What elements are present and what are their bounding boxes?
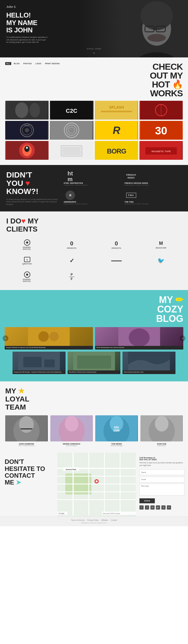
contact-submit-button[interactable]: SEND <box>139 498 155 503</box>
blog-post-label-5: Stock photos that don't suck <box>122 370 175 374</box>
client-orkesta-2[interactable]: 0 Orkesta <box>96 237 137 252</box>
kernel-2-logo-icon <box>24 271 30 278</box>
award-featured: Featured Site • #1 Best of the best <box>125 203 149 205</box>
social-linkedin-icon[interactable]: in <box>150 505 155 510</box>
footer-privacy[interactable]: Privacy Policy <box>87 519 99 521</box>
footer-affiliates[interactable]: Affiliates <box>101 519 108 521</box>
client-kernel-1[interactable]: KERNELDIGITAL <box>6 237 48 252</box>
blog-post-4[interactable]: WordPress Performance Improvements <box>68 352 121 374</box>
ht-logo: htm <box>68 171 73 182</box>
blog-post-1[interactable]: Supply Festivals to Improve Your Social … <box>5 327 93 350</box>
contact-social: f t in g+ d b <box>139 505 184 510</box>
contact-left: DON'THESITATE TOCONTACTME ➤ <box>0 453 57 516</box>
fwa-logo: FWA <box>126 193 136 198</box>
team-grid: JOHN HAMMOND CEO, Creative Director DENN… <box>5 415 183 447</box>
team-photo-john-doe <box>140 415 183 441</box>
client-kernel-2[interactable]: KERNELDIGITAL <box>6 269 48 284</box>
award-name: FRENCH DESIGN INDEX <box>125 182 148 184</box>
contact-map[interactable]: Sunset Park Google Map data ©2016 Google <box>57 453 136 516</box>
clients-header: I DO♥ MYCLIENTS <box>6 217 182 233</box>
portfolio-item[interactable] <box>139 101 183 120</box>
footer-terms[interactable]: Terms of Service <box>71 519 85 521</box>
svg-point-47 <box>38 331 49 342</box>
client-line[interactable] <box>96 255 137 267</box>
portfolio-section: ALL BLOG PHOTOS LOGO PRINT DESIGN CHECKO… <box>0 57 188 165</box>
checkmark-logo-icon: ✓ <box>69 257 74 264</box>
portfolio-nav-photos[interactable]: PHOTOS <box>22 62 33 65</box>
social-dribbble-icon[interactable]: d <box>161 505 166 510</box>
blog-prev-button[interactable]: ‹ <box>3 335 8 341</box>
portfolio-item[interactable]: R <box>95 121 138 140</box>
portfolio-item[interactable] <box>50 121 93 140</box>
portfolio-item[interactable]: C2C <box>50 101 93 120</box>
award-featured: Featured Site • #1 Best of the best <box>64 203 88 205</box>
contact-message-textarea[interactable] <box>139 484 184 495</box>
social-behance-icon[interactable]: b <box>167 505 171 510</box>
pf-divider <box>69 277 74 277</box>
portfolio-item[interactable]: 30 <box>139 121 183 140</box>
svg-rect-53 <box>44 359 55 367</box>
bird-logo-icon: 🐦 <box>157 257 164 264</box>
client-masscom[interactable]: M MASSCOM <box>140 237 182 252</box>
hero-logo: John S. <box>6 5 48 9</box>
hero-scroll[interactable]: Scroll Down ⌄ <box>87 48 101 54</box>
award-logo-aw: ★ <box>64 191 77 200</box>
portfolio-item[interactable]: 12:37 <box>5 121 49 140</box>
blog-post-5[interactable]: Stock photos that don't suck <box>122 352 175 374</box>
social-facebook-icon[interactable]: f <box>139 505 144 510</box>
contact-email-input[interactable] <box>139 477 184 482</box>
footer-contact[interactable]: Contact <box>111 519 117 521</box>
portfolio-item[interactable] <box>50 141 93 160</box>
portfolio-nav-blog[interactable]: BLOG <box>13 62 21 65</box>
social-twitter-icon[interactable]: t <box>145 505 149 510</box>
portfolio-header: ALL BLOG PHOTOS LOGO PRINT DESIGN CHECKO… <box>5 62 183 98</box>
portfolio-item[interactable]: SPLASH <box>95 101 138 120</box>
blog-next-button[interactable]: › <box>180 335 185 341</box>
svg-rect-52 <box>23 357 42 367</box>
svg-point-11 <box>30 103 40 117</box>
aw-star-icon: ★ <box>68 193 72 198</box>
portfolio-item[interactable] <box>5 141 49 160</box>
client-pf[interactable]: P F <box>51 269 92 284</box>
awards-left: DIDN'TYOU ♥KNOW?! I'm award winning desi… <box>6 171 58 206</box>
portfolio-nav-logo[interactable]: LOGO <box>34 62 43 65</box>
clients-section: I DO♥ MYCLIENTS KERNELDIGITAL 0 Orkesta … <box>0 211 188 290</box>
blog-post-label-3: Responsive Me Design - Improve Performan… <box>13 370 66 374</box>
svg-text:C2C: C2C <box>66 108 77 114</box>
award-logo-fwa: FWA <box>125 191 138 200</box>
scroll-arrow-icon[interactable]: ⌄ <box>92 50 96 54</box>
client-orkesta-1[interactable]: 0 Orkesta <box>51 237 92 252</box>
client-qmation[interactable]: q qmation <box>6 255 48 267</box>
team-photo-john <box>5 415 48 441</box>
client-bird[interactable]: 🐦 <box>140 255 182 267</box>
blog-post-3[interactable]: Responsive Me Design - Improve Performan… <box>13 352 66 374</box>
scroll-label: Scroll Down <box>87 48 101 50</box>
portfolio-nav-print[interactable]: PRINT DESIGN <box>44 62 61 65</box>
blog-post-label-2: Photo Manipulations by Tanvius Kulshev <box>95 346 183 350</box>
portfolio-nav-all[interactable]: ALL <box>5 62 11 65</box>
portfolio-item[interactable]: BORG <box>95 141 138 160</box>
blog-post-2[interactable]: Photo Manipulations by Tanvius Kulshev <box>95 327 183 350</box>
blog-title: MY ✏COZYBLOG <box>156 295 183 323</box>
contact-name-input[interactable] <box>139 469 184 475</box>
client-name: Orkesta <box>111 247 121 249</box>
svg-point-63 <box>65 416 78 432</box>
team-name: TOM WEIRD <box>111 443 122 445</box>
svg-rect-25 <box>51 121 92 140</box>
award-french-design-index: FRENCHINDEX FRENCH DESIGN INDEX Featured… <box>125 172 182 187</box>
hero-content: John S. HELLO! MY NAME IS JOHN I'm multi… <box>6 5 48 44</box>
team-role: Videomaster <box>157 445 166 447</box>
portfolio-grid: C2C SPLASH 12:37 R 30 BORG MAGNETIC <box>5 101 183 160</box>
client-name: Orkesta <box>67 247 77 249</box>
masscom-logo-icon: M <box>159 241 163 246</box>
awards-section: DIDN'TYOU ♥KNOW?! I'm award winning desi… <box>0 165 188 211</box>
team-name: JOHN DOE <box>157 443 166 445</box>
blog-post-image-2 <box>95 327 183 346</box>
portfolio-item[interactable] <box>5 101 49 120</box>
team-role: Lead Developer <box>66 445 77 447</box>
award-featured: Featured Site • #1 Best of the best <box>125 184 149 186</box>
portfolio-item[interactable]: MAGNETIC TAPE <box>139 141 183 160</box>
svg-point-48 <box>49 332 59 341</box>
client-checkmark[interactable]: ✓ <box>51 255 92 267</box>
social-google-plus-icon[interactable]: g+ <box>156 505 160 510</box>
